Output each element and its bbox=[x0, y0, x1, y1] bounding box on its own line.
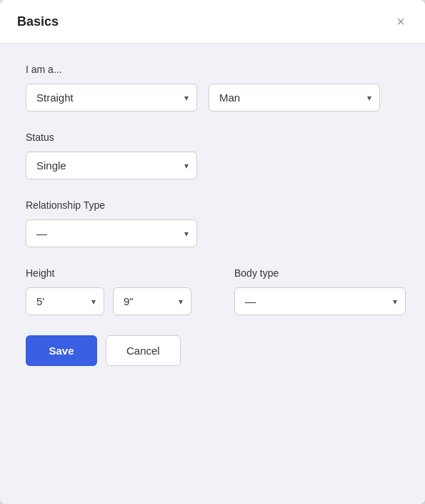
height-inputs: 4' 5' 6' 7' ▾ 0" 1" 2" 3" 4" bbox=[26, 287, 191, 315]
body-type-select-wrapper: — Slim Athletic Average Curvy Full/Large… bbox=[234, 287, 406, 315]
relationship-row: — Monogamy Polygamy Open relationship ▾ bbox=[26, 219, 399, 247]
orientation-select[interactable]: Straight Gay Bisexual Other bbox=[26, 84, 197, 112]
gender-select[interactable]: Man Woman Non-binary Other bbox=[209, 84, 380, 112]
gender-select-wrapper: Man Woman Non-binary Other ▾ bbox=[209, 84, 380, 112]
relationship-select[interactable]: — Monogamy Polygamy Open relationship bbox=[26, 219, 197, 247]
height-in-select-wrapper: 0" 1" 2" 3" 4" 5" 6" 7" 8" 9" 10" 11" bbox=[113, 287, 191, 315]
close-icon: × bbox=[396, 14, 405, 29]
height-section: Height 4' 5' 6' 7' ▾ 0" bbox=[26, 267, 191, 315]
height-body-section: Height 4' 5' 6' 7' ▾ 0" bbox=[26, 267, 399, 315]
relationship-section: Relationship Type — Monogamy Polygamy Op… bbox=[26, 199, 399, 247]
body-type-label: Body type bbox=[234, 267, 406, 279]
status-section: Status Single Dating Married In a relati… bbox=[26, 132, 399, 179]
relationship-label: Relationship Type bbox=[26, 199, 399, 211]
status-row: Single Dating Married In a relationship … bbox=[26, 152, 399, 179]
modal-header: Basics × bbox=[0, 0, 425, 44]
close-button[interactable]: × bbox=[394, 11, 408, 31]
cancel-button[interactable]: Cancel bbox=[106, 335, 181, 366]
status-select[interactable]: Single Dating Married In a relationship bbox=[26, 152, 197, 179]
relationship-select-wrapper: — Monogamy Polygamy Open relationship ▾ bbox=[26, 219, 197, 247]
status-select-wrapper: Single Dating Married In a relationship … bbox=[26, 152, 197, 179]
orientation-select-wrapper: Straight Gay Bisexual Other ▾ bbox=[26, 84, 197, 112]
modal: Basics × I am a... Straight Gay Bisexual… bbox=[0, 0, 425, 504]
height-ft-select[interactable]: 4' 5' 6' 7' bbox=[26, 287, 104, 315]
save-button[interactable]: Save bbox=[26, 335, 97, 366]
modal-title: Basics bbox=[17, 14, 59, 29]
orientation-section: I am a... Straight Gay Bisexual Other ▾ … bbox=[26, 64, 399, 112]
height-label: Height bbox=[26, 267, 191, 279]
height-in-select[interactable]: 0" 1" 2" 3" 4" 5" 6" 7" 8" 9" 10" 11" bbox=[113, 287, 191, 315]
orientation-label: I am a... bbox=[26, 64, 399, 75]
orientation-row: Straight Gay Bisexual Other ▾ Man Woman … bbox=[26, 84, 399, 112]
body-type-select[interactable]: — Slim Athletic Average Curvy Full/Large bbox=[234, 287, 406, 315]
status-label: Status bbox=[26, 132, 399, 143]
modal-body: I am a... Straight Gay Bisexual Other ▾ … bbox=[0, 44, 425, 504]
footer-buttons: Save Cancel bbox=[26, 335, 399, 366]
height-ft-select-wrapper: 4' 5' 6' 7' ▾ bbox=[26, 287, 104, 315]
body-type-section: Body type — Slim Athletic Average Curvy … bbox=[234, 267, 406, 315]
